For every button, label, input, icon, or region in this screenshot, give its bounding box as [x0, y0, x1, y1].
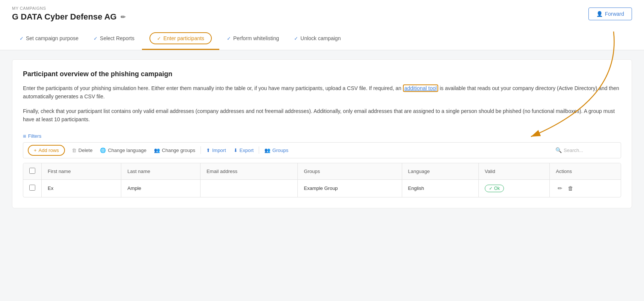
delete-icon: 🗑: [72, 147, 77, 153]
add-rows-button[interactable]: + Add rows: [28, 145, 65, 156]
delete-row-button[interactable]: 🗑: [566, 184, 575, 192]
page-header: MY CAMPAIGNS G DATA Cyber Defense AG ✏ 👤…: [0, 0, 644, 50]
row-language: English: [402, 179, 478, 197]
col-email: Email address: [200, 163, 297, 180]
upload-icon: ⬆: [206, 147, 210, 153]
search-area: 🔍: [555, 147, 616, 153]
separator: [201, 146, 201, 154]
check-icon: ✓: [94, 36, 98, 41]
card-description-2: Finally, check that your participant lis…: [23, 107, 621, 124]
col-valid: Valid: [478, 163, 550, 180]
select-all-checkbox[interactable]: [29, 168, 35, 174]
campaign-title: G DATA Cyber Defense AG ✏: [12, 12, 632, 22]
participant-card: Participant overview of the phishing cam…: [12, 59, 632, 208]
col-groups: Groups: [298, 163, 402, 180]
download-icon: ⬇: [234, 147, 238, 153]
group-icon: 👥: [154, 147, 160, 153]
check-icon: ✓: [157, 36, 161, 41]
search-input[interactable]: [564, 147, 616, 153]
row-checkbox[interactable]: [29, 185, 35, 191]
step-unlock-campaign[interactable]: ✓ Unlock campaign: [287, 31, 348, 47]
forward-button[interactable]: 👤 Forward: [588, 8, 632, 20]
main-content: Participant overview of the phishing cam…: [0, 50, 644, 217]
separator-2: [259, 146, 259, 154]
col-actions: Actions: [550, 163, 621, 180]
steps-nav: ✓ Set campaign purpose ✓ Select Reports …: [12, 28, 632, 50]
edit-icon[interactable]: ✏: [121, 14, 125, 21]
table-row: Ex Ample Example Group English ✓ Ok: [23, 179, 621, 197]
export-button[interactable]: ⬇ Export: [230, 146, 258, 155]
row-groups: Example Group: [298, 179, 402, 197]
my-campaigns-label: MY CAMPAIGNS: [12, 6, 632, 11]
filters-bar: ≡ Filters: [23, 133, 621, 139]
edit-row-button[interactable]: ✏: [556, 184, 564, 193]
groups-icon: 👥: [264, 147, 270, 153]
row-first-name: Ex: [42, 179, 121, 197]
check-icon: ✓: [20, 36, 24, 41]
delete-button[interactable]: 🗑 Delete: [68, 146, 97, 155]
groups-button[interactable]: 👥 Groups: [261, 146, 292, 155]
toolbar: + Add rows 🗑 Delete 🌐 Change language 👥 …: [23, 142, 621, 158]
participants-table: First name Last name Email address Group…: [23, 163, 621, 197]
additional-tool-link[interactable]: additional tool: [403, 84, 438, 92]
col-language: Language: [402, 163, 478, 180]
globe-icon: 🌐: [100, 147, 106, 153]
row-email: [200, 179, 297, 197]
row-checkbox-cell: [23, 179, 42, 197]
valid-check-icon: ✓: [489, 186, 493, 191]
check-icon: ✓: [294, 36, 298, 41]
row-valid: ✓ Ok: [478, 179, 550, 197]
row-last-name: Ample: [121, 179, 201, 197]
search-icon: 🔍: [555, 147, 562, 153]
step-enter-participants[interactable]: ✓ Enter participants: [142, 28, 219, 50]
col-last-name: Last name: [121, 163, 201, 180]
annotation-area: ≡ Filters + Add rows 🗑 Delete 🌐 Change l…: [23, 133, 621, 197]
campaign-name: G DATA Cyber Defense AG: [12, 12, 117, 22]
plus-icon: +: [34, 147, 37, 153]
col-first-name: First name: [42, 163, 121, 180]
valid-badge: ✓ Ok: [485, 185, 504, 192]
card-title: Participant overview of the phishing cam…: [23, 70, 621, 78]
filters-button[interactable]: ≡ Filters: [23, 133, 41, 139]
filters-icon: ≡: [23, 133, 26, 139]
change-groups-button[interactable]: 👥 Change groups: [150, 146, 199, 155]
col-checkbox: [23, 163, 42, 180]
forward-icon: 👤: [596, 11, 603, 17]
step-set-campaign-purpose[interactable]: ✓ Set campaign purpose: [12, 31, 86, 47]
card-description-1: Enter the participants of your phishing …: [23, 84, 621, 101]
step-perform-whitelisting[interactable]: ✓ Perform whitelisting: [219, 31, 287, 47]
row-actions: ✏ 🗑: [550, 179, 621, 197]
check-icon: ✓: [227, 36, 231, 41]
change-language-button[interactable]: 🌐 Change language: [96, 146, 150, 155]
step-select-reports[interactable]: ✓ Select Reports: [86, 31, 142, 47]
import-button[interactable]: ⬆ Import: [202, 146, 230, 155]
